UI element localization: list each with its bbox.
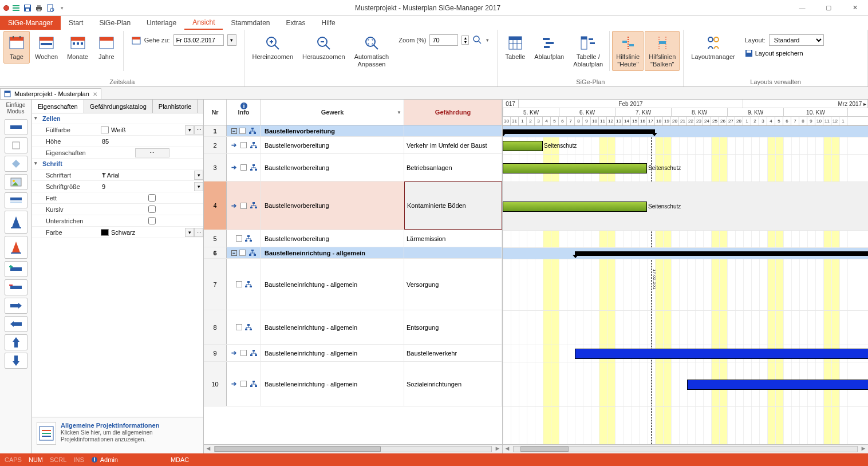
- grid-hscroll[interactable]: ◄ ►: [204, 444, 502, 453]
- collapse-icon[interactable]: −: [231, 128, 237, 134]
- font-dropdown[interactable]: ▾: [194, 171, 203, 180]
- row-gefährdung[interactable]: Kontaminierte Böden: [404, 181, 502, 230]
- maximize-button[interactable]: ▢: [815, 0, 842, 16]
- checkbox-icon[interactable]: [240, 380, 248, 388]
- row-gewerk[interactable]: Baustellenvorbereitung: [261, 181, 404, 230]
- row-gewerk[interactable]: Baustelleneinrichtung - allgemein: [261, 362, 404, 406]
- collapse-icon[interactable]: −: [231, 250, 237, 256]
- timeline-row[interactable]: [503, 362, 868, 407]
- italic-checkbox[interactable]: [148, 206, 156, 213]
- layout-select[interactable]: Standard: [769, 34, 824, 46]
- eig-more[interactable]: ⋯: [135, 148, 169, 157]
- prop-group-schrift[interactable]: Schrift: [32, 159, 203, 169]
- zoom-spinner[interactable]: ▲▼: [461, 35, 469, 45]
- tool-cone-blue-button[interactable]: [5, 211, 27, 234]
- row-gewerk[interactable]: Baustellenvorbereitung: [261, 230, 404, 247]
- timeline-row[interactable]: Seitenschutz: [503, 137, 868, 155]
- task-bar[interactable]: [503, 202, 647, 212]
- row-gefährdung[interactable]: Versorgung: [404, 259, 502, 310]
- hilfslinie-heute-button[interactable]: Hilfslinie "Heute": [612, 31, 644, 71]
- tage-button[interactable]: Tage: [3, 31, 30, 64]
- tab-hilfe[interactable]: Hilfe: [314, 16, 344, 30]
- tab-stammdaten[interactable]: Stammdaten: [223, 16, 278, 30]
- row-gewerk[interactable]: Baustellenvorbereitung: [261, 125, 404, 136]
- tool-move-down-button[interactable]: [5, 353, 27, 369]
- checkbox-icon[interactable]: [240, 349, 248, 357]
- app-tab[interactable]: SiGe-Manager: [0, 16, 61, 30]
- checkbox-icon[interactable]: [240, 164, 248, 172]
- tab-unterlage[interactable]: Unterlage: [139, 16, 184, 30]
- tabelle-button[interactable]: Tabelle: [501, 31, 529, 64]
- checkbox-icon[interactable]: [239, 249, 247, 257]
- timeline-row[interactable]: [503, 248, 868, 259]
- row-gefährdung[interactable]: Entsorgung: [404, 310, 502, 344]
- row-gefährdung[interactable]: [404, 125, 502, 136]
- tab-ansicht[interactable]: Ansicht: [184, 16, 223, 30]
- layout-save-button[interactable]: Layout speichern: [745, 49, 803, 57]
- table-row[interactable]: 7Baustelleneinrichtung - allgemeinVersor…: [204, 259, 502, 310]
- color-more[interactable]: ⋯: [194, 228, 203, 237]
- checkbox-icon[interactable]: [235, 281, 243, 289]
- minimize-button[interactable]: —: [789, 0, 815, 16]
- prop-tab-gefährdungskatalog[interactable]: Gefährdungskatalog: [84, 100, 153, 113]
- prop-group-zellen[interactable]: Zellen: [32, 113, 203, 124]
- task-bar[interactable]: [687, 380, 868, 390]
- row-gefährdung[interactable]: Betriebsanlagen: [404, 154, 502, 181]
- fill-more[interactable]: ⋯: [194, 125, 203, 135]
- tool-move-left-button[interactable]: [5, 316, 27, 332]
- timeline-row[interactable]: [503, 126, 868, 137]
- row-gewerk[interactable]: Baustelleneinrichtung - allgemein: [261, 310, 404, 344]
- checkbox-icon[interactable]: [239, 127, 247, 135]
- zoom-input[interactable]: [429, 34, 458, 46]
- checkbox-icon[interactable]: [235, 235, 243, 243]
- row-gewerk[interactable]: Baustelleneinrichtung - allgemein: [261, 259, 404, 310]
- row-gefährdung[interactable]: Lärmemission: [404, 230, 502, 247]
- zoom-out-button[interactable]: Herauszoomen: [298, 31, 349, 64]
- tool-add-row-button[interactable]: [5, 261, 27, 277]
- row-gewerk[interactable]: Baustellenvorbereitung: [261, 154, 404, 181]
- col-info[interactable]: Infoi: [227, 100, 261, 125]
- row-gewerk[interactable]: Baustelleneinrichtung - allgemein: [261, 247, 404, 258]
- tool-diamond-button[interactable]: [5, 156, 27, 172]
- doc-tab-active[interactable]: Musterprojekt - Musterplan ✕: [0, 88, 101, 99]
- row-gewerk[interactable]: Baustelleneinrichtung - allgemein: [261, 345, 404, 361]
- row-gefährdung[interactable]: [404, 247, 502, 258]
- checkbox-icon[interactable]: [240, 202, 248, 210]
- hilfslinien-balken-button[interactable]: Hilfslinien "Balken": [645, 31, 680, 71]
- table-row[interactable]: 4➔BaustellenvorbereitungKontaminierte Bö…: [204, 181, 502, 230]
- save-icon[interactable]: [23, 3, 32, 13]
- row-gefährdung[interactable]: Sozialeinrichtungen: [404, 362, 502, 406]
- tab-sigeplan[interactable]: SiGe-Plan: [91, 16, 139, 30]
- tool-split-top-button[interactable]: [5, 192, 27, 208]
- project-info-link[interactable]: Allgemeine ProjektinformationenKlicken S…: [32, 417, 203, 453]
- tool-cone-orange-button[interactable]: [5, 236, 27, 259]
- monate-button[interactable]: Monate: [63, 31, 92, 64]
- col-gewerk[interactable]: Gewerk▼: [261, 100, 404, 125]
- gehe-zu-input[interactable]: [173, 34, 224, 46]
- tab-start[interactable]: Start: [61, 16, 91, 30]
- table-row[interactable]: 8Baustelleneinrichtung - allgemeinEntsor…: [204, 310, 502, 345]
- tool-move-up-button[interactable]: [5, 334, 27, 350]
- tool-move-right-button[interactable]: [5, 298, 27, 314]
- tab-extras[interactable]: Extras: [278, 16, 314, 30]
- timeline-row[interactable]: [503, 231, 868, 248]
- prop-tab-eigenschaften[interactable]: Eigenschaften: [32, 100, 84, 113]
- table-row[interactable]: 10➔Baustelleneinrichtung - allgemeinSozi…: [204, 362, 502, 406]
- table-row[interactable]: 3➔BaustellenvorbereitungBetriebsanlagen: [204, 154, 502, 181]
- gehe-zu-dropdown[interactable]: ▾: [227, 34, 236, 46]
- size-input[interactable]: [101, 183, 194, 190]
- task-bar[interactable]: [575, 349, 868, 359]
- wochen-button[interactable]: Wochen: [31, 31, 62, 64]
- col-nr[interactable]: Nr: [204, 100, 227, 125]
- fill-dropdown[interactable]: ▾: [185, 125, 194, 135]
- bold-checkbox[interactable]: [148, 194, 156, 202]
- tool-milestone-button[interactable]: [5, 137, 27, 153]
- under-checkbox[interactable]: [148, 217, 156, 224]
- timeline-row[interactable]: [503, 259, 868, 311]
- checkbox-icon[interactable]: [235, 323, 243, 331]
- row-gefährdung[interactable]: Verkehr im Umfeld der Baust: [404, 137, 502, 153]
- tabelle-ablaufplan-button[interactable]: Tabelle / Ablaufplan: [569, 31, 607, 71]
- timeline-row[interactable]: [503, 311, 868, 345]
- summary-bar[interactable]: [575, 251, 868, 256]
- summary-bar[interactable]: [503, 129, 655, 134]
